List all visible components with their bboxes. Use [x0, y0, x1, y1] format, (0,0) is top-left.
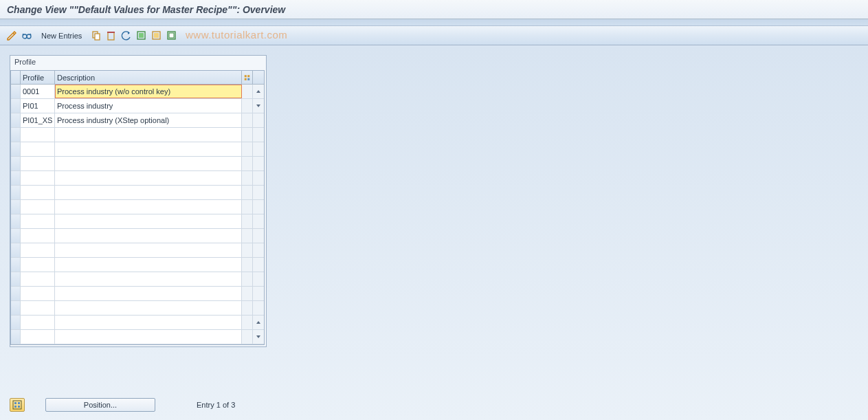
scroll-track[interactable]	[253, 272, 264, 286]
configure-columns-icon[interactable]	[242, 71, 253, 84]
delete-icon[interactable]	[105, 30, 118, 42]
scroll-track[interactable]	[253, 316, 264, 329]
profile-code-cell[interactable]	[21, 301, 55, 315]
profile-code-cell[interactable]: PI01_XS	[21, 113, 55, 127]
profile-code-cell[interactable]: 0001	[21, 85, 55, 98]
profile-code-cell[interactable]	[21, 243, 55, 257]
profile-desc-cell[interactable]	[55, 214, 242, 228]
position-button[interactable]: Position...	[45, 398, 155, 412]
deselect-all-icon[interactable]	[166, 30, 178, 42]
profile-desc-cell[interactable]	[55, 157, 242, 170]
scroll-track[interactable]	[253, 128, 264, 142]
row-selector[interactable]	[11, 330, 21, 344]
scroll-track[interactable]	[253, 85, 264, 98]
scroll-track[interactable]	[253, 113, 264, 127]
table-row	[11, 229, 264, 243]
row-selector[interactable]	[11, 142, 21, 156]
profile-desc-cell[interactable]	[55, 243, 242, 257]
scroll-track[interactable]	[253, 287, 264, 300]
row-selector[interactable]	[11, 157, 21, 170]
row-selector[interactable]	[11, 113, 21, 127]
row-selector[interactable]	[11, 214, 21, 228]
profile-code-cell[interactable]	[21, 186, 55, 199]
row-selector[interactable]	[11, 316, 21, 329]
row-selector[interactable]	[11, 186, 21, 199]
scroll-track[interactable]	[253, 186, 264, 199]
scroll-up-small-icon[interactable]	[255, 316, 262, 329]
scroll-track[interactable]	[253, 330, 264, 344]
scroll-down-icon[interactable]	[255, 330, 262, 344]
profile-code-cell[interactable]	[21, 258, 55, 272]
profile-desc-cell[interactable]	[55, 301, 242, 315]
scroll-track[interactable]	[253, 142, 264, 156]
profile-code-cell[interactable]	[21, 142, 55, 156]
toggle-edit-icon[interactable]	[5, 30, 18, 42]
scroll-track[interactable]	[253, 200, 264, 214]
profile-code-cell[interactable]	[21, 330, 55, 344]
row-spacer	[242, 171, 253, 185]
copy-icon[interactable]	[90, 30, 102, 42]
profile-code-cell[interactable]	[21, 316, 55, 329]
profile-desc-cell[interactable]	[55, 186, 242, 199]
profile-code-cell[interactable]	[21, 200, 55, 214]
row-selector[interactable]	[11, 287, 21, 300]
profile-code-cell[interactable]	[21, 128, 55, 142]
profile-desc-cell[interactable]	[55, 229, 242, 243]
header-description[interactable]: Description	[55, 71, 242, 84]
scroll-track[interactable]	[253, 157, 264, 170]
profile-code-cell[interactable]: PI01	[21, 99, 55, 113]
profile-desc-cell[interactable]	[55, 128, 242, 142]
profile-desc-cell[interactable]	[55, 287, 242, 300]
scroll-track[interactable]	[253, 301, 264, 315]
profile-desc-cell[interactable]: Process industry	[55, 99, 242, 113]
profile-desc-cell[interactable]	[55, 272, 242, 286]
row-spacer	[242, 258, 253, 272]
scroll-track[interactable]	[253, 229, 264, 243]
profile-code-cell[interactable]	[21, 171, 55, 185]
row-selector[interactable]	[11, 99, 21, 113]
row-selector[interactable]	[11, 171, 21, 185]
profile-desc-cell[interactable]	[55, 258, 242, 272]
scroll-track[interactable]	[253, 99, 264, 113]
svg-rect-17	[18, 402, 20, 404]
profile-panel: Profile Profile Description 0001Process …	[10, 55, 267, 347]
profile-desc-cell[interactable]	[55, 171, 242, 185]
row-spacer	[242, 128, 253, 142]
new-entries-button[interactable]: New Entries	[36, 29, 87, 43]
profile-code-cell[interactable]	[21, 214, 55, 228]
scroll-track[interactable]	[253, 171, 264, 185]
profile-code-cell[interactable]	[21, 157, 55, 170]
profile-desc-cell[interactable]	[55, 316, 242, 329]
scroll-up-icon[interactable]	[255, 85, 262, 98]
scroll-thumb-icon[interactable]	[255, 99, 262, 113]
scroll-track[interactable]	[253, 214, 264, 228]
glasses-details-icon[interactable]	[21, 30, 33, 42]
scroll-track[interactable]	[253, 258, 264, 272]
profile-desc-cell[interactable]	[55, 200, 242, 214]
select-block-icon[interactable]	[151, 30, 163, 42]
table-row	[11, 186, 264, 200]
row-selector[interactable]	[11, 258, 21, 272]
profile-code-cell[interactable]	[21, 229, 55, 243]
header-select-all[interactable]	[11, 71, 21, 84]
profile-code-cell[interactable]	[21, 287, 55, 300]
profile-desc-cell[interactable]	[55, 330, 242, 344]
profile-code-cell[interactable]	[21, 272, 55, 286]
scroll-track[interactable]	[253, 243, 264, 257]
position-icon[interactable]	[10, 398, 25, 412]
row-selector[interactable]	[11, 200, 21, 214]
row-selector[interactable]	[11, 128, 21, 142]
profile-desc-cell[interactable]	[55, 142, 242, 156]
row-selector[interactable]	[11, 243, 21, 257]
row-selector[interactable]	[11, 85, 21, 98]
row-selector[interactable]	[11, 272, 21, 286]
profile-desc-cell[interactable]: Process industry (XStep optional)	[55, 113, 242, 127]
watermark: www.tutorialkart.com	[186, 29, 287, 41]
row-selector[interactable]	[11, 301, 21, 315]
select-all-icon[interactable]	[135, 30, 148, 42]
header-profile[interactable]: Profile	[21, 71, 55, 84]
undo-icon[interactable]	[120, 30, 133, 42]
row-selector[interactable]	[11, 229, 21, 243]
profile-desc-cell[interactable]: Process industry (w/o control key)	[55, 85, 242, 98]
table-row	[11, 316, 264, 330]
